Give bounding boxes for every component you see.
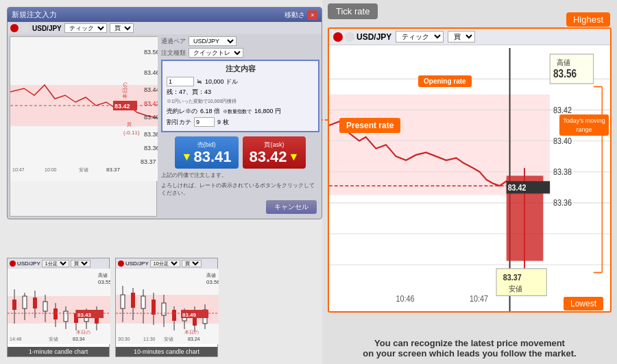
small-chart-1: USD/JPY 1分足 買 <box>7 258 110 357</box>
main-pair-label: USD/JPY <box>356 32 391 42</box>
order-type-select[interactable]: クイックトレード <box>189 48 243 58</box>
svg-text:10:47: 10:47 <box>470 294 488 304</box>
ask-button[interactable]: 買(ask) 83.42 ▼ <box>243 136 306 169</box>
close-button[interactable]: × <box>308 10 317 20</box>
svg-rect-29 <box>53 308 58 319</box>
main-pair-badge: USD/JPY <box>333 32 391 42</box>
svg-text:83.37: 83.37 <box>141 158 156 165</box>
svg-text:安値: 安値 <box>79 167 88 172</box>
svg-text:83.44: 83.44 <box>144 86 158 93</box>
ask-price: 83.42 <box>250 149 287 165</box>
hedge-value: 16,800 円 <box>254 107 281 116</box>
svg-text:83.56: 83.56 <box>144 49 158 56</box>
small-chart-1-pair: USD/JPY <box>17 260 40 267</box>
type-select-2[interactable]: 買 <box>110 23 134 33</box>
order-content-title: 注文内容 <box>167 64 314 74</box>
bid-button[interactable]: 売(bid) ▼ 83.41 <box>175 136 239 169</box>
svg-rect-21 <box>12 300 16 310</box>
small-chart-1-interval[interactable]: 1分足 <box>42 260 69 267</box>
cancel-row: キャンセル <box>161 197 319 217</box>
flag-icon-s2 <box>118 260 124 267</box>
order-form-panel: 通過ペア USD/JPY 注文種類 クイックトレード 注文内容 ≒ 10,000… <box>159 34 322 219</box>
main-dir-select[interactable]: 買 <box>448 31 475 43</box>
svg-text:83.37: 83.37 <box>503 272 522 282</box>
svg-text:安値: 安値 <box>49 337 58 341</box>
order-window: 新規注文入力 移動さ × USD/JPY ティック 買 <box>7 7 322 219</box>
svg-text:10:00: 10:00 <box>45 167 57 172</box>
trading-pair-select[interactable]: USD/JPY <box>189 36 237 46</box>
small-chart-2-dir[interactable]: 買 <box>182 260 202 267</box>
present-rate-label: Present rate <box>339 118 400 133</box>
discount-label: 割引カテ <box>167 118 191 127</box>
svg-rect-25 <box>33 298 37 308</box>
main-type-select[interactable]: ティック <box>396 31 444 43</box>
form-row-pos: 残：47、買：43 <box>167 88 314 97</box>
flag-icon-main2 <box>345 32 354 42</box>
form-row-discount: 割引カテ 9 枚 <box>167 117 314 127</box>
dollars-value: 10,000 ドル <box>205 77 238 86</box>
small-chart-1-dir[interactable]: 買 <box>71 260 90 267</box>
svg-text:83.42: 83.42 <box>144 100 158 107</box>
svg-rect-49 <box>121 295 125 308</box>
ask-arrow-icon: ▼ <box>289 151 300 163</box>
svg-text:(-0.11): (-0.11) <box>123 130 140 136</box>
highest-label: Highest <box>566 12 610 27</box>
flag-icon-s1 <box>10 260 16 267</box>
note-below: 上記の円価で注文します。 <box>161 171 319 179</box>
order-section: 83.56 83.46 83.44 83.42 83.40 83.38 83.3… <box>8 34 322 219</box>
svg-text:83.37: 83.37 <box>106 167 121 173</box>
today-moving-range-label: Today's moving range <box>559 114 609 136</box>
svg-text:83.56: 83.56 <box>553 68 577 80</box>
bid-arrow-icon: ▼ <box>182 151 193 163</box>
order-top-bar: USD/JPY ティック 買 <box>8 22 322 34</box>
discount-unit: 9 枚 <box>217 118 229 127</box>
type-select-1[interactable]: ティック <box>64 23 107 33</box>
pos-label: 残：47、買：43 <box>167 88 211 97</box>
svg-rect-55 <box>152 300 156 315</box>
order-type-label: 注文種類 <box>161 49 186 58</box>
lots-input[interactable] <box>167 77 194 86</box>
svg-text:83.40: 83.40 <box>553 136 572 145</box>
order-chart-panel: 83.56 83.46 83.44 83.42 83.40 83.38 83.3… <box>10 36 157 217</box>
rate-value: 6.18 倍 <box>200 107 220 116</box>
svg-rect-27 <box>43 302 47 311</box>
svg-text:83.42: 83.42 <box>114 103 130 110</box>
lots-unit: ≒ <box>197 78 202 85</box>
small-chart-2-pair: USD/JPY <box>125 260 149 267</box>
cancel-button[interactable]: キャンセル <box>266 200 317 214</box>
svg-rect-51 <box>131 293 135 308</box>
bid-ask-row: 売(bid) ▼ 83.41 買(ask) 83.42 ▼ <box>161 136 319 169</box>
bottom-text-line2: on your screen which leads you follow th… <box>328 348 612 359</box>
order-content-box: 注文内容 ≒ 10,000 ドル 残：47、買：43 ※1円いった変動で10,0… <box>161 60 319 132</box>
svg-text:安値: 安値 <box>509 284 522 293</box>
flag-icon2 <box>21 24 29 32</box>
svg-text:83.38: 83.38 <box>144 131 158 138</box>
small-chart-2-interval[interactable]: 10分足 <box>150 260 180 267</box>
rate-label: 売約レ※の <box>167 107 197 116</box>
small-chart-2: USD/JPY 10分足 買 高値 03.56 <box>115 258 218 357</box>
lowest-label: Lowest <box>564 297 603 311</box>
discount-input[interactable] <box>194 117 215 127</box>
svg-text:10:47: 10:47 <box>12 167 25 172</box>
svg-text:高値: 高値 <box>206 273 216 278</box>
svg-text:本日の: 本日の <box>184 330 199 335</box>
order-window-titlebar: 新規注文入力 移動さ × <box>8 8 322 22</box>
svg-rect-53 <box>141 296 145 308</box>
small-charts-row: USD/JPY 1分足 買 <box>7 258 218 357</box>
bid-price: 83.41 <box>193 149 231 165</box>
svg-text:14:48: 14:48 <box>10 337 22 341</box>
svg-text:高値: 高値 <box>98 273 108 278</box>
svg-text:83.43: 83.43 <box>77 312 92 318</box>
svg-text:10:46: 10:46 <box>396 294 415 304</box>
small-chart-1-title: 1-minute candle chart <box>8 347 109 356</box>
flag-icon <box>10 24 19 32</box>
svg-text:11:30: 11:30 <box>143 337 156 341</box>
svg-rect-23 <box>23 296 27 308</box>
flag-icon-main <box>333 32 343 42</box>
svg-text:30:30: 30:30 <box>118 337 130 341</box>
order-window-subtitle: 移動さ <box>285 10 305 20</box>
svg-text:安値: 安値 <box>164 337 173 341</box>
svg-text:高値: 高値 <box>557 58 570 66</box>
order-window-title: 新規注文入力 <box>12 10 57 20</box>
svg-text:83.40: 83.40 <box>144 114 158 121</box>
